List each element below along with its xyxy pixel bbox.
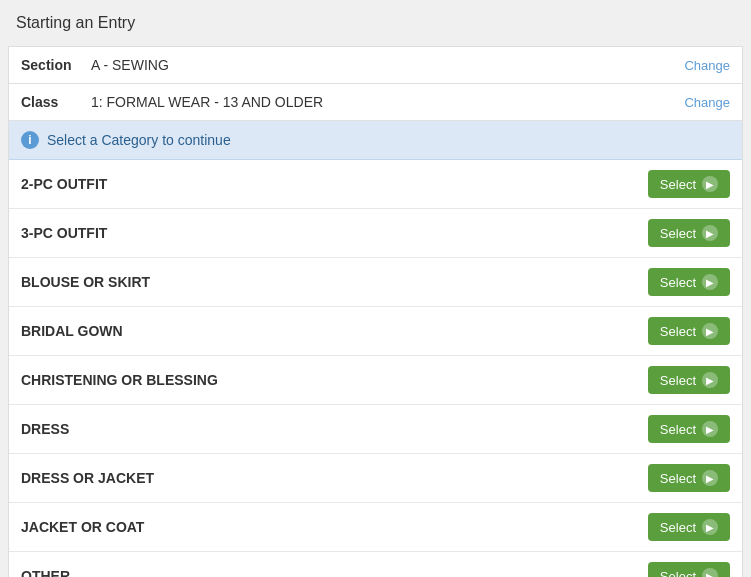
arrow-icon: ▶ [702, 274, 718, 290]
select-button[interactable]: Select▶ [648, 366, 730, 394]
info-icon: i [21, 131, 39, 149]
select-button-label: Select [660, 275, 696, 290]
category-name: DRESS OR JACKET [21, 470, 648, 486]
category-name: BRIDAL GOWN [21, 323, 648, 339]
table-row: BRIDAL GOWNSelect▶ [9, 307, 742, 356]
class-value: 1: FORMAL WEAR - 13 AND OLDER [91, 94, 684, 110]
select-button-label: Select [660, 422, 696, 437]
select-button[interactable]: Select▶ [648, 170, 730, 198]
arrow-icon: ▶ [702, 225, 718, 241]
section-row: Section A - SEWING Change [9, 47, 742, 84]
select-button-label: Select [660, 471, 696, 486]
select-button[interactable]: Select▶ [648, 513, 730, 541]
category-list: 2-PC OUTFITSelect▶3-PC OUTFITSelect▶BLOU… [9, 160, 742, 577]
select-button[interactable]: Select▶ [648, 219, 730, 247]
select-button[interactable]: Select▶ [648, 317, 730, 345]
alert-box: i Select a Category to continue [9, 121, 742, 160]
table-row: BLOUSE OR SKIRTSelect▶ [9, 258, 742, 307]
arrow-icon: ▶ [702, 372, 718, 388]
alert-text: Select a Category to continue [47, 132, 231, 148]
category-name: 2-PC OUTFIT [21, 176, 648, 192]
category-name: CHRISTENING OR BLESSING [21, 372, 648, 388]
select-button[interactable]: Select▶ [648, 464, 730, 492]
table-row: DRESSSelect▶ [9, 405, 742, 454]
category-name: JACKET OR COAT [21, 519, 648, 535]
category-name: 3-PC OUTFIT [21, 225, 648, 241]
class-row: Class 1: FORMAL WEAR - 13 AND OLDER Chan… [9, 84, 742, 121]
category-name: BLOUSE OR SKIRT [21, 274, 648, 290]
content-area: Section A - SEWING Change Class 1: FORMA… [8, 46, 743, 577]
select-button[interactable]: Select▶ [648, 268, 730, 296]
table-row: 2-PC OUTFITSelect▶ [9, 160, 742, 209]
arrow-icon: ▶ [702, 323, 718, 339]
table-row: JACKET OR COATSelect▶ [9, 503, 742, 552]
select-button-label: Select [660, 324, 696, 339]
class-change-link[interactable]: Change [684, 95, 730, 110]
arrow-icon: ▶ [702, 176, 718, 192]
page-container: Starting an Entry Section A - SEWING Cha… [0, 0, 751, 577]
class-label: Class [21, 94, 91, 110]
select-button[interactable]: Select▶ [648, 415, 730, 443]
category-name: DRESS [21, 421, 648, 437]
select-button-label: Select [660, 226, 696, 241]
select-button[interactable]: Select▶ [648, 562, 730, 577]
arrow-icon: ▶ [702, 470, 718, 486]
section-change-link[interactable]: Change [684, 58, 730, 73]
arrow-icon: ▶ [702, 421, 718, 437]
category-name: OTHER [21, 568, 648, 577]
page-title: Starting an Entry [0, 0, 751, 46]
select-button-label: Select [660, 520, 696, 535]
select-button-label: Select [660, 569, 696, 578]
select-button-label: Select [660, 177, 696, 192]
table-row: DRESS OR JACKETSelect▶ [9, 454, 742, 503]
table-row: 3-PC OUTFITSelect▶ [9, 209, 742, 258]
table-row: CHRISTENING OR BLESSINGSelect▶ [9, 356, 742, 405]
section-label: Section [21, 57, 91, 73]
arrow-icon: ▶ [702, 568, 718, 577]
table-row: OTHERSelect▶ [9, 552, 742, 577]
section-value: A - SEWING [91, 57, 684, 73]
arrow-icon: ▶ [702, 519, 718, 535]
select-button-label: Select [660, 373, 696, 388]
